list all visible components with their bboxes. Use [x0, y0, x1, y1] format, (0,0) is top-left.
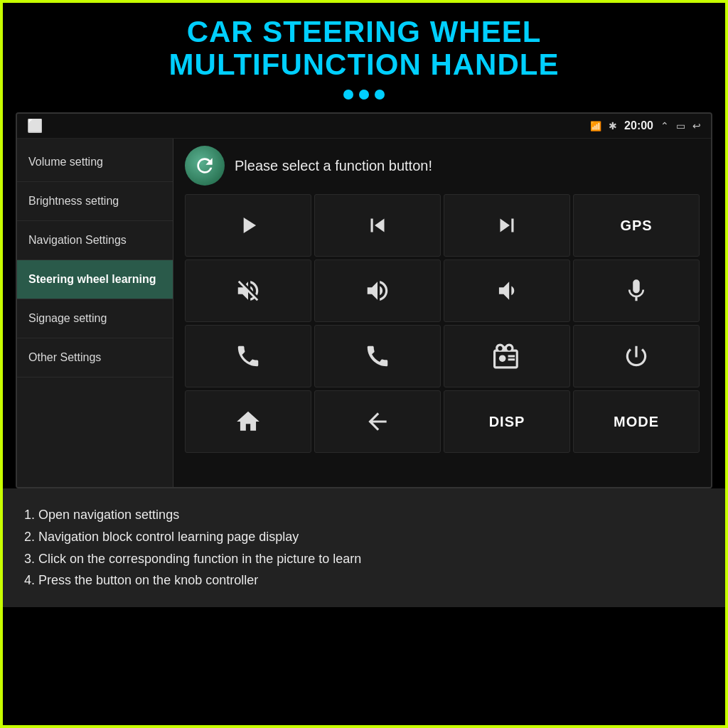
radio-button[interactable]: [444, 325, 570, 387]
main-title: CAR STEERING WHEEL MULTIFUNCTION HANDLE: [10, 16, 718, 81]
back-icon: ↩: [692, 120, 701, 132]
content-area: Please select a function button! GPS: [173, 139, 711, 487]
skip-next-icon: [493, 212, 520, 239]
sidebar-item-2[interactable]: Navigation Settings: [17, 221, 173, 260]
dot-3: [375, 90, 385, 100]
phone-alt-icon: [364, 343, 391, 370]
mute-button[interactable]: [185, 259, 311, 322]
instruction-3: 3. Click on the corresponding function i…: [24, 548, 704, 570]
back-func-button[interactable]: [314, 390, 441, 453]
window-icon: ▭: [676, 120, 685, 132]
phone-button[interactable]: [185, 325, 311, 387]
instruction-2: 2. Navigation block control learning pag…: [24, 526, 704, 548]
gps-button[interactable]: GPS: [573, 194, 700, 257]
top-section: CAR STEERING WHEEL MULTIFUNCTION HANDLE: [3, 3, 725, 107]
dot-1: [343, 90, 353, 100]
sidebar-item-4[interactable]: Signage setting: [17, 299, 173, 338]
svg-point-0: [499, 355, 506, 363]
functions-grid: GPS: [185, 194, 700, 453]
mute-icon: [235, 277, 262, 304]
back-func-icon: [364, 408, 391, 435]
bluetooth-icon: ✱: [609, 120, 617, 132]
status-bar: ⬜ 📶 ✱ 20:00 ⌃ ▭ ↩: [17, 114, 711, 139]
skip-prev-icon: [364, 212, 391, 239]
phone-alt-button[interactable]: [314, 325, 441, 387]
bottom-section: 1. Open navigation settings2. Navigation…: [3, 488, 725, 606]
disp-label: DISP: [489, 414, 525, 430]
content-header: Please select a function button!: [185, 146, 700, 186]
skip-prev-button[interactable]: [314, 194, 441, 257]
power-icon: [623, 343, 650, 370]
status-time: 20:00: [624, 119, 653, 132]
mic-icon: [623, 277, 650, 304]
mic-button[interactable]: [573, 259, 700, 322]
home-icon: ⬜: [27, 118, 43, 134]
home-func-icon: [235, 408, 262, 435]
dots-row: [10, 90, 718, 100]
sidebar-item-3[interactable]: Steering wheel learning: [17, 260, 173, 299]
sidebar: Volume settingBrightness settingNavigati…: [17, 139, 173, 487]
phone-icon: [235, 343, 262, 370]
vol-up-icon: [364, 277, 391, 304]
mode-label: MODE: [614, 414, 659, 430]
prompt-text: Please select a function button!: [235, 158, 432, 174]
power-button[interactable]: [573, 325, 700, 387]
sidebar-item-1[interactable]: Brightness setting: [17, 182, 173, 221]
radio-icon: [493, 343, 520, 370]
instruction-1: 1. Open navigation settings: [24, 504, 704, 526]
gps-label: GPS: [620, 218, 652, 234]
disp-button[interactable]: DISP: [444, 390, 570, 453]
play-icon: [235, 212, 262, 239]
sidebar-item-0[interactable]: Volume setting: [17, 143, 173, 182]
mode-button[interactable]: MODE: [573, 390, 700, 453]
up-icon: ⌃: [660, 120, 669, 132]
home-func-button[interactable]: [185, 390, 311, 453]
sidebar-item-5[interactable]: Other Settings: [17, 338, 173, 378]
dot-2: [359, 90, 369, 100]
vol-up-button[interactable]: [314, 259, 441, 322]
status-right: 📶 ✱ 20:00 ⌃ ▭ ↩: [590, 119, 701, 132]
skip-next-button[interactable]: [444, 194, 570, 257]
screen-container: ⬜ 📶 ✱ 20:00 ⌃ ▭ ↩ Volume settingBrightne…: [16, 112, 712, 488]
main-content: Volume settingBrightness settingNavigati…: [17, 139, 711, 487]
refresh-icon: [193, 154, 216, 177]
vol-down-icon: [493, 277, 520, 304]
vol-down-button[interactable]: [444, 259, 570, 322]
signal-icon: 📶: [590, 121, 601, 132]
play-button[interactable]: [185, 194, 311, 257]
instruction-4: 4. Press the button on the knob controll…: [24, 569, 704, 592]
refresh-button[interactable]: [185, 146, 225, 186]
